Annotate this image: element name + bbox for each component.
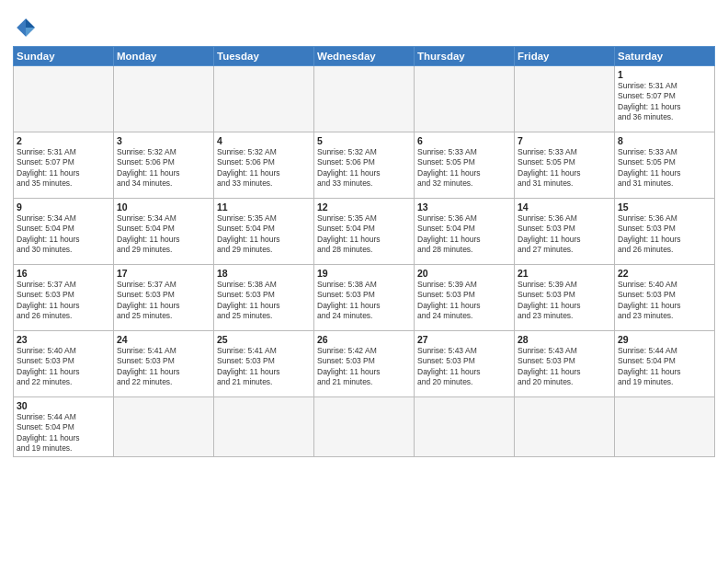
day-info: Sunrise: 5:36 AM Sunset: 5:04 PM Dayligh… <box>417 213 511 256</box>
calendar-cell: 25Sunrise: 5:41 AM Sunset: 5:03 PM Dayli… <box>214 331 314 397</box>
calendar-cell <box>415 397 515 457</box>
calendar-cell <box>114 397 214 457</box>
calendar-cell <box>314 397 415 457</box>
calendar-cell: 17Sunrise: 5:37 AM Sunset: 5:03 PM Dayli… <box>114 265 214 331</box>
header <box>13 9 715 40</box>
day-info: Sunrise: 5:41 AM Sunset: 5:03 PM Dayligh… <box>117 346 210 388</box>
day-info: Sunrise: 5:34 AM Sunset: 5:04 PM Dayligh… <box>17 213 110 256</box>
day-number: 17 <box>117 268 210 279</box>
day-number: 1 <box>618 69 711 80</box>
day-info: Sunrise: 5:33 AM Sunset: 5:05 PM Dayligh… <box>518 147 611 190</box>
day-info: Sunrise: 5:32 AM Sunset: 5:06 PM Dayligh… <box>217 147 311 190</box>
weekday-header-saturday: Saturday <box>615 47 715 66</box>
calendar-cell: 20Sunrise: 5:39 AM Sunset: 5:03 PM Dayli… <box>415 265 515 331</box>
day-info: Sunrise: 5:31 AM Sunset: 5:07 PM Dayligh… <box>618 81 711 123</box>
day-info: Sunrise: 5:40 AM Sunset: 5:03 PM Dayligh… <box>618 280 711 322</box>
calendar-cell: 3Sunrise: 5:32 AM Sunset: 5:06 PM Daylig… <box>114 132 214 199</box>
calendar-cell: 23Sunrise: 5:40 AM Sunset: 5:03 PM Dayli… <box>14 331 114 397</box>
calendar-cell: 19Sunrise: 5:38 AM Sunset: 5:03 PM Dayli… <box>314 265 415 331</box>
logo <box>13 15 42 40</box>
day-number: 8 <box>618 135 711 146</box>
calendar-cell <box>214 397 314 457</box>
day-number: 10 <box>117 201 210 213</box>
day-info: Sunrise: 5:32 AM Sunset: 5:06 PM Dayligh… <box>117 147 210 190</box>
day-info: Sunrise: 5:32 AM Sunset: 5:06 PM Dayligh… <box>317 147 411 190</box>
day-info: Sunrise: 5:37 AM Sunset: 5:03 PM Dayligh… <box>17 280 110 322</box>
day-info: Sunrise: 5:37 AM Sunset: 5:03 PM Dayligh… <box>117 280 210 322</box>
calendar-cell: 11Sunrise: 5:35 AM Sunset: 5:04 PM Dayli… <box>214 199 314 265</box>
day-number: 4 <box>217 135 311 146</box>
day-number: 16 <box>17 268 110 279</box>
day-number: 28 <box>518 334 611 345</box>
weekday-header-wednesday: Wednesday <box>314 47 415 66</box>
calendar-cell: 26Sunrise: 5:42 AM Sunset: 5:03 PM Dayli… <box>314 331 415 397</box>
calendar-cell <box>515 397 615 457</box>
calendar-cell: 15Sunrise: 5:36 AM Sunset: 5:03 PM Dayli… <box>615 199 715 265</box>
day-number: 9 <box>17 201 110 213</box>
day-number: 14 <box>518 201 611 213</box>
weekday-header-thursday: Thursday <box>415 47 515 66</box>
calendar-cell: 21Sunrise: 5:39 AM Sunset: 5:03 PM Dayli… <box>515 265 615 331</box>
day-number: 13 <box>417 201 511 213</box>
page: SundayMondayTuesdayWednesdayThursdayFrid… <box>0 0 728 563</box>
day-info: Sunrise: 5:33 AM Sunset: 5:05 PM Dayligh… <box>618 147 711 190</box>
day-info: Sunrise: 5:33 AM Sunset: 5:05 PM Dayligh… <box>417 147 511 190</box>
day-number: 18 <box>217 268 311 279</box>
day-number: 26 <box>317 334 411 345</box>
calendar-cell: 7Sunrise: 5:33 AM Sunset: 5:05 PM Daylig… <box>515 132 615 199</box>
calendar-cell: 29Sunrise: 5:44 AM Sunset: 5:04 PM Dayli… <box>615 331 715 397</box>
day-number: 3 <box>117 135 210 146</box>
calendar-cell <box>615 397 715 457</box>
day-info: Sunrise: 5:39 AM Sunset: 5:03 PM Dayligh… <box>518 280 611 322</box>
weekday-header-tuesday: Tuesday <box>214 47 314 66</box>
day-number: 24 <box>117 334 210 345</box>
calendar-cell <box>214 66 314 132</box>
day-number: 2 <box>17 135 110 146</box>
day-info: Sunrise: 5:36 AM Sunset: 5:03 PM Dayligh… <box>518 213 611 256</box>
day-info: Sunrise: 5:34 AM Sunset: 5:04 PM Dayligh… <box>117 213 210 256</box>
calendar-cell: 9Sunrise: 5:34 AM Sunset: 5:04 PM Daylig… <box>14 199 114 265</box>
day-info: Sunrise: 5:41 AM Sunset: 5:03 PM Dayligh… <box>217 346 311 388</box>
calendar-cell: 24Sunrise: 5:41 AM Sunset: 5:03 PM Dayli… <box>114 331 214 397</box>
calendar-cell: 1Sunrise: 5:31 AM Sunset: 5:07 PM Daylig… <box>615 66 715 132</box>
calendar-cell: 18Sunrise: 5:38 AM Sunset: 5:03 PM Dayli… <box>214 265 314 331</box>
calendar-cell: 16Sunrise: 5:37 AM Sunset: 5:03 PM Dayli… <box>14 265 114 331</box>
calendar-cell: 6Sunrise: 5:33 AM Sunset: 5:05 PM Daylig… <box>415 132 515 199</box>
day-number: 6 <box>417 135 511 146</box>
calendar-cell: 12Sunrise: 5:35 AM Sunset: 5:04 PM Dayli… <box>314 199 415 265</box>
day-info: Sunrise: 5:35 AM Sunset: 5:04 PM Dayligh… <box>317 213 411 256</box>
day-number: 27 <box>417 334 511 345</box>
day-number: 11 <box>217 201 311 213</box>
weekday-header-friday: Friday <box>515 47 615 66</box>
day-info: Sunrise: 5:42 AM Sunset: 5:03 PM Dayligh… <box>317 346 411 388</box>
day-number: 29 <box>618 334 711 345</box>
day-info: Sunrise: 5:44 AM Sunset: 5:04 PM Dayligh… <box>618 346 711 388</box>
day-number: 5 <box>317 135 411 146</box>
day-number: 25 <box>217 334 311 345</box>
logo-icon <box>13 15 39 40</box>
calendar-cell <box>314 66 415 132</box>
calendar-cell: 4Sunrise: 5:32 AM Sunset: 5:06 PM Daylig… <box>214 132 314 199</box>
day-info: Sunrise: 5:40 AM Sunset: 5:03 PM Dayligh… <box>17 346 110 388</box>
calendar-cell: 10Sunrise: 5:34 AM Sunset: 5:04 PM Dayli… <box>114 199 214 265</box>
calendar-cell: 30Sunrise: 5:44 AM Sunset: 5:04 PM Dayli… <box>14 397 114 457</box>
weekday-header-monday: Monday <box>114 47 214 66</box>
day-number: 22 <box>618 268 711 279</box>
day-info: Sunrise: 5:39 AM Sunset: 5:03 PM Dayligh… <box>417 280 511 322</box>
day-number: 23 <box>17 334 110 345</box>
day-info: Sunrise: 5:31 AM Sunset: 5:07 PM Dayligh… <box>17 147 110 190</box>
calendar-cell: 13Sunrise: 5:36 AM Sunset: 5:04 PM Dayli… <box>415 199 515 265</box>
day-info: Sunrise: 5:43 AM Sunset: 5:03 PM Dayligh… <box>417 346 511 388</box>
day-info: Sunrise: 5:44 AM Sunset: 5:04 PM Dayligh… <box>17 412 110 454</box>
calendar-cell: 22Sunrise: 5:40 AM Sunset: 5:03 PM Dayli… <box>615 265 715 331</box>
calendar-cell: 5Sunrise: 5:32 AM Sunset: 5:06 PM Daylig… <box>314 132 415 199</box>
day-info: Sunrise: 5:36 AM Sunset: 5:03 PM Dayligh… <box>618 213 711 256</box>
day-number: 7 <box>518 135 611 146</box>
calendar-table: SundayMondayTuesdayWednesdayThursdayFrid… <box>13 46 715 457</box>
calendar-cell: 28Sunrise: 5:43 AM Sunset: 5:03 PM Dayli… <box>515 331 615 397</box>
day-info: Sunrise: 5:38 AM Sunset: 5:03 PM Dayligh… <box>317 280 411 322</box>
day-info: Sunrise: 5:43 AM Sunset: 5:03 PM Dayligh… <box>518 346 611 388</box>
day-info: Sunrise: 5:38 AM Sunset: 5:03 PM Dayligh… <box>217 280 311 322</box>
day-number: 19 <box>317 268 411 279</box>
day-number: 15 <box>618 201 711 213</box>
